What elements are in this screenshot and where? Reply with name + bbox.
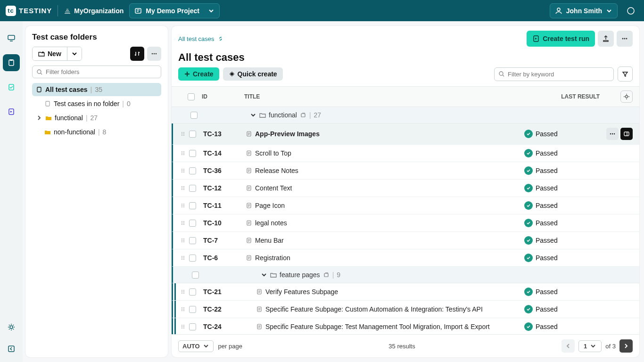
- help-button[interactable]: [623, 3, 638, 18]
- row-checkbox[interactable]: [189, 255, 196, 262]
- group-row-feature-pages[interactable]: feature pages | 9: [172, 267, 639, 283]
- svg-rect-22: [301, 114, 305, 117]
- chevron-right-icon[interactable]: [36, 115, 42, 121]
- drag-handle[interactable]: [180, 255, 189, 261]
- nav-testcases[interactable]: [3, 54, 20, 71]
- table-row[interactable]: TC-7 Menu Bar Passed: [172, 232, 639, 249]
- project-dropdown[interactable]: My Demo Project: [129, 3, 220, 18]
- table-row[interactable]: TC-36 Release Notes Passed: [172, 162, 639, 180]
- sort-button[interactable]: [130, 47, 144, 61]
- clipboard-icon: [44, 100, 51, 107]
- breadcrumb-all[interactable]: All test cases: [178, 35, 215, 42]
- create-test-run-button[interactable]: Create test run: [527, 31, 595, 47]
- column-settings-button[interactable]: [620, 90, 633, 103]
- row-checkbox[interactable]: [189, 202, 196, 209]
- drag-handle[interactable]: [180, 237, 189, 244]
- row-checkbox[interactable]: [189, 167, 196, 174]
- clipboard-icon: [36, 86, 42, 93]
- gear-icon: [623, 93, 630, 100]
- logo[interactable]: tc TESTINY: [6, 6, 52, 16]
- row-checkbox[interactable]: [189, 131, 196, 138]
- drag-handle[interactable]: [180, 288, 189, 295]
- drag-handle[interactable]: [180, 185, 189, 191]
- nav-runs[interactable]: [3, 103, 20, 120]
- row-open-button[interactable]: [620, 128, 633, 140]
- row-checkbox[interactable]: [189, 288, 196, 296]
- drag-icon: [180, 220, 186, 226]
- testcase-icon: [246, 150, 252, 156]
- table-row[interactable]: TC-24 Specific Feature Subpage: Test Man…: [172, 318, 639, 334]
- table-row[interactable]: TC-22 Specific Feature Subpage: Custom A…: [172, 301, 639, 318]
- row-checkbox[interactable]: [189, 150, 196, 157]
- check-circle-icon: [524, 305, 533, 313]
- nav-checks[interactable]: [3, 79, 20, 96]
- quick-create-button[interactable]: Quick create: [223, 67, 283, 81]
- table-row[interactable]: TC-12 Content Text Passed: [172, 180, 639, 197]
- nav-settings[interactable]: [3, 319, 20, 336]
- table-row[interactable]: TC-10 legal notes Passed: [172, 214, 639, 232]
- row-checkbox[interactable]: [189, 237, 196, 244]
- svg-point-78: [182, 257, 182, 258]
- chevron-down-icon[interactable]: [250, 112, 256, 118]
- drag-handle[interactable]: [180, 323, 189, 330]
- filter-folders-field[interactable]: [46, 68, 157, 75]
- export-button[interactable]: [598, 31, 614, 47]
- tree-folder-functional[interactable]: functional | 27: [32, 111, 161, 124]
- drag-handle[interactable]: [180, 306, 189, 313]
- table-row[interactable]: TC-14 Scroll to Top Passed: [172, 145, 639, 162]
- drag-icon: [180, 202, 186, 209]
- drag-handle[interactable]: [180, 131, 189, 137]
- svg-point-37: [183, 153, 184, 154]
- drag-handle[interactable]: [180, 167, 189, 174]
- row-more-button[interactable]: [606, 128, 619, 140]
- tree-all-testcases[interactable]: All test cases | 35: [32, 83, 161, 96]
- keyword-field[interactable]: [508, 71, 610, 78]
- org-link[interactable]: MyOrganization: [64, 7, 124, 15]
- tree-no-folder[interactable]: Test cases in no folder | 0: [32, 97, 161, 110]
- per-page-label: per page: [218, 343, 242, 350]
- table-row[interactable]: TC-21 Verify Features Subpage Passed: [172, 283, 639, 301]
- row-checkbox[interactable]: [189, 306, 196, 313]
- nav-dashboard[interactable]: [3, 30, 20, 47]
- drag-handle[interactable]: [180, 150, 189, 156]
- result-text: Passed: [536, 305, 558, 313]
- group-checkbox[interactable]: [192, 272, 199, 279]
- table-row[interactable]: TC-13 App-Preview Images Passed: [172, 123, 639, 145]
- drag-handle[interactable]: [180, 220, 189, 226]
- select-all-checkbox[interactable]: [188, 93, 195, 100]
- new-folder-button[interactable]: New: [33, 47, 67, 60]
- group-row-functional[interactable]: functional | 27: [172, 107, 639, 123]
- panel-more-button[interactable]: [147, 47, 161, 61]
- filter-folders-input[interactable]: [32, 66, 161, 78]
- advanced-filter-button[interactable]: [618, 66, 633, 82]
- prev-page-button[interactable]: [561, 339, 575, 353]
- chevron-down-icon[interactable]: [261, 272, 267, 278]
- group-checkbox[interactable]: [190, 112, 198, 119]
- funnel-icon: [622, 71, 628, 77]
- col-last-result[interactable]: LAST RESULT: [524, 93, 600, 100]
- testcase-icon: [246, 131, 252, 137]
- tree-label: Test cases in no folder: [54, 100, 119, 107]
- svg-point-28: [183, 135, 184, 136]
- col-id[interactable]: ID: [202, 93, 244, 100]
- page-select[interactable]: 1: [578, 340, 602, 352]
- result-text: Passed: [536, 219, 558, 227]
- table-row[interactable]: TC-11 Page Icon Passed: [172, 197, 639, 214]
- row-checkbox[interactable]: [189, 323, 196, 330]
- svg-point-96: [183, 310, 184, 311]
- row-checkbox[interactable]: [189, 185, 196, 192]
- new-folder-caret[interactable]: [67, 47, 82, 60]
- keyword-filter[interactable]: [494, 67, 614, 81]
- tree-folder-nonfunctional[interactable]: non-functional | 8: [32, 125, 161, 139]
- nav-collapse[interactable]: [3, 340, 20, 357]
- drag-handle[interactable]: [180, 202, 189, 209]
- row-checkbox[interactable]: [189, 220, 196, 227]
- more-actions-button[interactable]: [617, 31, 633, 47]
- next-page-button[interactable]: [619, 339, 633, 353]
- user-dropdown[interactable]: John Smith: [550, 3, 618, 18]
- create-button[interactable]: Create: [178, 67, 219, 81]
- table-row[interactable]: TC-6 Registration Passed: [172, 249, 639, 267]
- col-title[interactable]: TITLE: [244, 93, 524, 100]
- per-page-select[interactable]: AUTO: [178, 340, 214, 352]
- row-id: TC-13: [203, 130, 246, 138]
